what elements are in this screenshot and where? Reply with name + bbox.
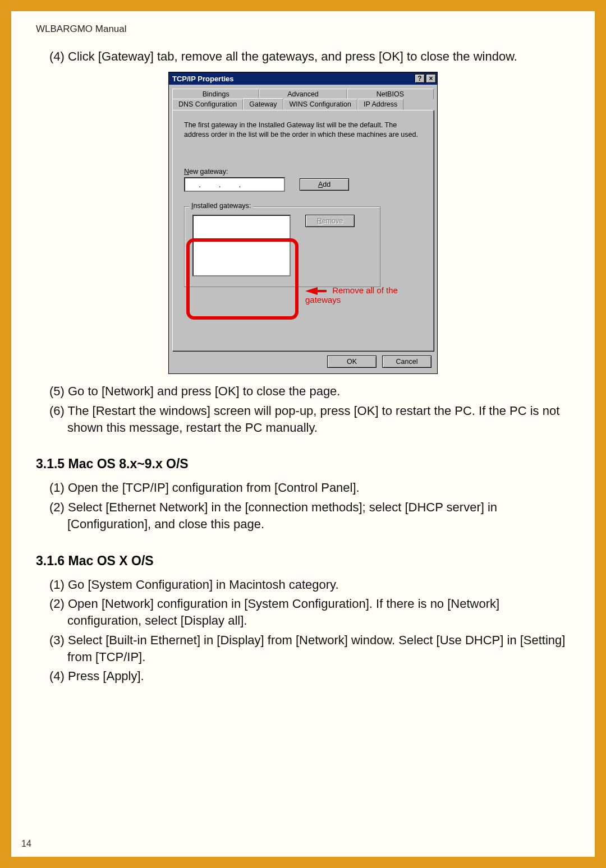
gateway-tab-panel: The first gateway in the Installed Gatew…: [172, 110, 434, 351]
tabs-row-back: Bindings Advanced NetBIOS: [172, 88, 434, 99]
step-5: (5) Go to [Network] and press [OK] to cl…: [34, 383, 572, 400]
sec316-item-3: (3) Select [Built-in Ethernet] in [Displ…: [34, 632, 572, 666]
ok-button[interactable]: OK: [327, 355, 377, 368]
remove-button[interactable]: Remove: [305, 215, 355, 227]
step-4: (4) Click [Gateway] tab, remove all the …: [34, 48, 572, 65]
cancel-button[interactable]: Cancel: [382, 355, 431, 368]
section-315-title: 3.1.5 Mac OS 8.x~9.x O/S: [36, 456, 572, 472]
dialog-title: TCP/IP Properties: [172, 75, 234, 83]
step-6: (6) The [Restart the windows] screen wil…: [34, 403, 572, 437]
callout-annotation: Remove all of the gateways: [305, 285, 433, 304]
new-gateway-label: New gateway:: [184, 168, 422, 176]
sec316-item-1: (1) Go [System Configuration] in Macinto…: [34, 576, 572, 593]
section-316-title: 3.1.6 Mac OS X O/S: [36, 553, 572, 569]
add-button[interactable]: Add: [300, 178, 349, 191]
tab-netbios[interactable]: NetBIOS: [347, 89, 434, 99]
page-header: WLBARGMO Manual: [36, 24, 572, 35]
tab-wins-configuration[interactable]: WINS Configuration: [283, 99, 357, 110]
page-number: 14: [21, 839, 31, 849]
dialog-screenshot: TCP/IP Properties ? × Bindings Advanced …: [34, 72, 572, 374]
new-gateway-input[interactable]: . . .: [184, 177, 285, 192]
sec316-item-2: (2) Open [Network] configuration in [Sys…: [34, 595, 572, 630]
arrow-left-icon: [305, 287, 318, 295]
dialog-titlebar: TCP/IP Properties ? ×: [169, 72, 437, 85]
gateway-description: The first gateway in the Installed Gatew…: [184, 121, 422, 140]
installed-gateways-list[interactable]: [192, 215, 291, 276]
sec315-item-2: (2) Select [Ethernet Network] in the [co…: [34, 499, 572, 533]
close-icon[interactable]: ×: [426, 74, 436, 83]
tab-dns-configuration[interactable]: DNS Configuration: [172, 99, 243, 110]
manual-page: WLBARGMO Manual (4) Click [Gateway] tab,…: [11, 11, 595, 857]
callout-text: Remove all of the gateways: [305, 285, 398, 304]
sec315-item-1: (1) Open the [TCP/IP] configuration from…: [34, 479, 572, 496]
tabs-row-front: DNS Configuration Gateway WINS Configura…: [172, 98, 434, 110]
tab-gateway[interactable]: Gateway: [243, 98, 283, 110]
help-icon[interactable]: ?: [415, 74, 425, 83]
installed-gateways-label: Installed gateways:: [189, 202, 253, 210]
installed-gateways-group: Installed gateways: Remove: [184, 206, 380, 287]
sec316-item-4: (4) Press [Apply].: [34, 668, 572, 685]
tcpip-properties-dialog: TCP/IP Properties ? × Bindings Advanced …: [168, 72, 438, 374]
tab-ip-address[interactable]: IP Address: [357, 99, 403, 110]
